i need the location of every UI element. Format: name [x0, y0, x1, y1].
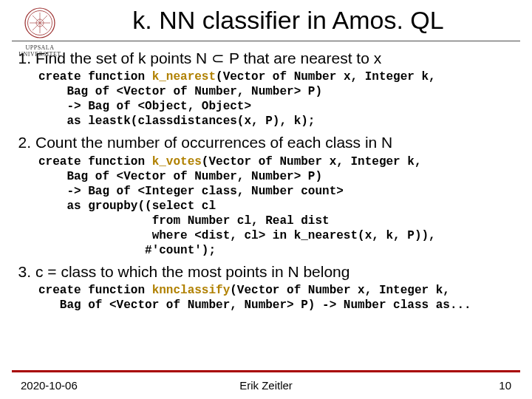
code-prefix: create function [38, 284, 152, 297]
code-block-2: create function k_votes(Vector of Number… [38, 154, 522, 258]
footer-author: Erik Zeitler [0, 379, 532, 392]
code-block-1: create function k_nearest(Vector of Numb… [38, 69, 522, 129]
slide: UPPSALA UNIVERSITET k. NN classifier in … [0, 0, 532, 399]
slide-content: 1.Find the set of k points N ⊂ P that ar… [0, 49, 532, 313]
logo-caption-2: UNIVERSITET [10, 51, 69, 58]
subset-symbol: ⊂ [211, 50, 225, 67]
function-name: k_votes [152, 155, 202, 168]
code-prefix: create function [38, 155, 152, 168]
title-divider [12, 41, 520, 41]
step-2: 2.Count the number of occurrences of eac… [10, 133, 522, 257]
code-prefix: create function [38, 70, 152, 83]
footer-date: 2020-10-06 [21, 379, 78, 392]
step-3: 3.c = class to which the most points in … [10, 262, 522, 313]
step-text-before: Count the number of occurrences of each … [35, 134, 392, 151]
step-number: 3. [10, 262, 31, 282]
code-body: (Vector of Number x, Integer k, Bag of <… [38, 155, 436, 257]
logo-caption-1: UPPSALA [10, 44, 69, 51]
step-text-before: c = class to which the most points in N … [35, 263, 349, 280]
function-name: k_nearest [152, 70, 216, 83]
step-number: 2. [10, 133, 31, 152]
slide-footer: 2020-10-06 Erik Zeitler 10 [0, 379, 532, 392]
seal-icon [24, 7, 55, 38]
step-text-after: P that are nearest to x [225, 50, 381, 66]
function-name: knnclassify [152, 284, 231, 297]
slide-title: k. NN classifier in Amos. QL [59, 0, 517, 41]
university-logo: UPPSALA UNIVERSITET [10, 7, 69, 58]
footer-page: 10 [499, 379, 511, 392]
code-block-3: create function knnclassify(Vector of Nu… [38, 283, 522, 313]
footer-divider [12, 370, 520, 372]
step-1: 1.Find the set of k points N ⊂ P that ar… [10, 49, 522, 129]
